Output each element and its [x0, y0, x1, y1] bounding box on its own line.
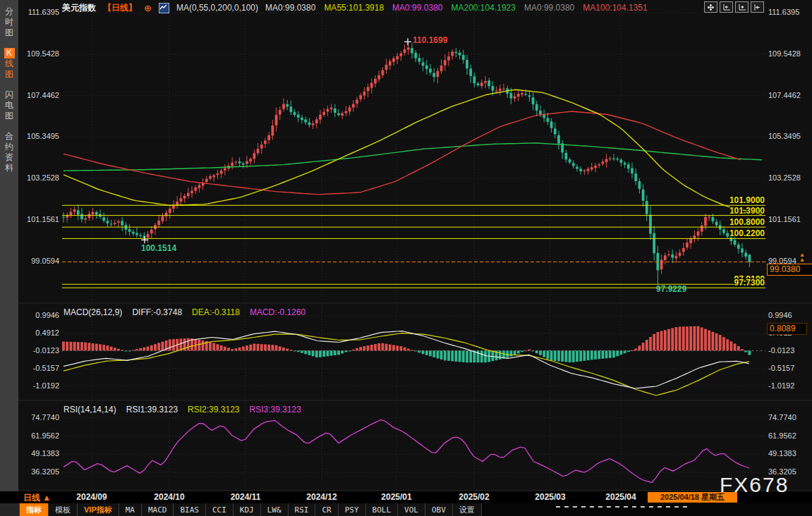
toolbar-button-obv[interactable]: OBV — [425, 503, 453, 516]
toolbar-button-psy[interactable]: PSY — [339, 503, 366, 516]
macd-macd-value: MACD:-0.1260 — [250, 307, 305, 317]
date-label: 2025/02 — [459, 492, 489, 502]
sidebar-item-kline-chart[interactable]: K线图 — [0, 48, 18, 80]
ma-value: MA100:104.1351 — [583, 3, 647, 13]
dash-marks — [556, 506, 691, 508]
macd-dea-value: DEA:-0.3118 — [192, 307, 240, 317]
ma-values: MA0:99.0380MA55:101.3918MA0:99.0380MA200… — [265, 3, 648, 13]
toolbar-button-settings[interactable]: 设置 — [453, 503, 482, 516]
macd-formula: MACD(26,12,9) — [63, 307, 122, 317]
date-label: 2025/03 — [535, 492, 565, 502]
chart-header: 美元指数 【日线】 ⊕ MA(0,55,0,200,0,100) MA0:99.… — [62, 2, 648, 13]
line-chart-icon — [159, 3, 169, 13]
watermark: FX678 — [720, 473, 789, 497]
toolbar-button-macd[interactable]: MACD — [142, 503, 174, 516]
ma-value: MA0:99.0380 — [392, 3, 442, 13]
macd-header: MACD(26,12,9) DIFF:-0.3748 DEA:-0.3118 M… — [63, 307, 305, 317]
left-sidebar: 分时图K线图闪电图合约资料 — [0, 0, 18, 491]
rsi2-value: RSI2:39.3123 — [188, 405, 239, 414]
date-label: 2024/09 — [76, 492, 107, 502]
axis-shrink-icon[interactable] — [735, 1, 749, 13]
toolbar-button-indicator[interactable]: 指标 — [20, 503, 49, 516]
ma-formula: MA(0,55,0,200,0,100) — [176, 3, 258, 13]
date-label: 2025/04 — [605, 492, 636, 502]
toolbar-button-boll[interactable]: BOLL — [366, 503, 399, 516]
toolbar-button-cr[interactable]: CR — [315, 503, 338, 516]
ma-value: MA0:99.0380 — [265, 3, 315, 13]
sidebar-item-lightning-chart[interactable]: 闪电图 — [0, 90, 18, 121]
ma-value: MA0:99.0380 — [524, 3, 574, 13]
date-label: 2025/01 — [381, 492, 411, 502]
toolbar-button-template[interactable]: 模板 — [49, 503, 78, 516]
toolbar-button-lw[interactable]: LW& — [261, 503, 289, 516]
date-label: 2024/12 — [306, 492, 337, 502]
period-badge: 【日线】 — [103, 2, 137, 14]
symbol-title: 美元指数 — [62, 2, 96, 14]
date-label: 2024/10 — [154, 492, 184, 502]
ma-value: MA200:104.1923 — [452, 3, 516, 13]
toolbar-button-bias[interactable]: BIAS — [174, 503, 206, 516]
toolbar-button-vol[interactable]: VOL — [398, 503, 425, 516]
sidebar-item-time-chart[interactable]: 分时图 — [0, 6, 18, 38]
sidebar-item-contract-info[interactable]: 合约资料 — [0, 131, 18, 173]
pan-icon[interactable] — [704, 1, 717, 13]
toolbar-button-cci[interactable]: CCI — [206, 503, 234, 516]
toolbar-button-vip-indicator[interactable]: VIP指标 — [78, 503, 119, 516]
rsi-formula: RSI(14,14,14) — [63, 405, 116, 414]
add-indicator-icon[interactable]: ⊕ — [144, 3, 152, 13]
bottom-toolbar: 指标模板VIP指标MAMACDBIASCCIKDJLW&RSICRPSYBOLL… — [0, 503, 812, 516]
ma-value: MA55:101.3918 — [324, 3, 384, 13]
period-selector[interactable]: 日线 ▲ — [23, 492, 51, 504]
chevron-up-icon: ▲ — [42, 493, 51, 503]
toolbar-button-ma[interactable]: MA — [119, 503, 142, 516]
trading-app-window: 分时图K线图闪电图合约资料 美元指数 【日线】 ⊕ MA(0,55,0,200,… — [0, 0, 812, 516]
toolbar-button-kdj[interactable]: KDJ — [234, 503, 261, 516]
chart-tool-buttons — [704, 1, 764, 13]
rsi3-value: RSI3:39.3123 — [250, 405, 301, 414]
rsi1-value: RSI1:39.3123 — [126, 405, 178, 414]
toolbar-button-rsi[interactable]: RSI — [289, 503, 316, 516]
date-label: 2024/11 — [231, 492, 261, 502]
macd-diff-value: DIFF:-0.3748 — [132, 307, 182, 317]
axis-expand-icon[interactable] — [720, 1, 733, 13]
jump-latest-icon[interactable] — [751, 1, 764, 13]
chart-canvas[interactable] — [0, 0, 812, 491]
rsi-header: RSI(14,14,14) RSI1:39.3123 RSI2:39.3123 … — [63, 405, 301, 414]
toolbar-spacer — [0, 503, 20, 516]
